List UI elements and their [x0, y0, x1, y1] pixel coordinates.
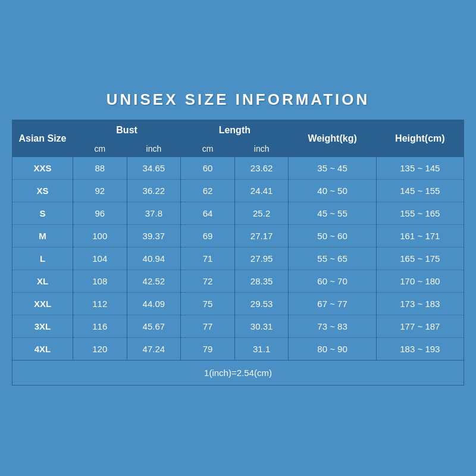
- weight-cell: 35 ~ 45: [289, 157, 376, 180]
- bust-cm-cell: 100: [73, 225, 127, 248]
- weight-cell: 60 ~ 70: [289, 270, 376, 293]
- weight-cell: 40 ~ 50: [289, 180, 376, 202]
- len-cm-cell: 71: [181, 248, 235, 270]
- table-row: 4XL12047.247931.180 ~ 90183 ~ 193: [12, 338, 464, 361]
- size-cell: S: [12, 202, 73, 225]
- len-inch-header: inch: [234, 141, 289, 157]
- bust-inch-cell: 34.65: [127, 157, 181, 180]
- table-row: XS9236.226224.4140 ~ 50145 ~ 155: [12, 180, 464, 202]
- table-row: S9637.86425.245 ~ 55155 ~ 165: [12, 202, 464, 225]
- len-inch-cell: 28.35: [234, 270, 289, 293]
- bust-inch-cell: 44.09: [127, 293, 181, 315]
- len-cm-cell: 77: [181, 315, 235, 338]
- footer-row: 1(inch)=2.54(cm): [12, 361, 464, 386]
- table-row: XL10842.527228.3560 ~ 70170 ~ 180: [12, 270, 464, 293]
- bust-cm-cell: 116: [73, 315, 127, 338]
- len-inch-cell: 30.31: [234, 315, 289, 338]
- height-cell: 170 ~ 180: [376, 270, 464, 293]
- weight-header: Weight(kg): [289, 120, 376, 157]
- size-table: Asian Size Bust Length Weight(kg) Height…: [12, 120, 464, 386]
- size-cell: XS: [12, 180, 73, 202]
- main-container: UNISEX SIZE INFORMATION Asian Size Bust …: [6, 79, 470, 397]
- len-cm-header: cm: [181, 141, 235, 157]
- table-row: XXS8834.656023.6235 ~ 45135 ~ 145: [12, 157, 464, 180]
- table-row: M10039.376927.1750 ~ 60161 ~ 171: [12, 225, 464, 248]
- height-cell: 177 ~ 187: [376, 315, 464, 338]
- page-title: UNISEX SIZE INFORMATION: [12, 90, 464, 109]
- len-cm-cell: 69: [181, 225, 235, 248]
- size-cell: L: [12, 248, 73, 270]
- bust-header: Bust: [73, 120, 180, 141]
- height-header: Height(cm): [376, 120, 464, 157]
- length-header: Length: [181, 120, 289, 141]
- bust-inch-header: inch: [127, 141, 181, 157]
- size-cell: 3XL: [12, 315, 73, 338]
- height-cell: 161 ~ 171: [376, 225, 464, 248]
- height-cell: 155 ~ 165: [376, 202, 464, 225]
- len-inch-cell: 25.2: [234, 202, 289, 225]
- size-cell: XXL: [12, 293, 73, 315]
- weight-cell: 73 ~ 83: [289, 315, 376, 338]
- bust-cm-cell: 104: [73, 248, 127, 270]
- weight-cell: 55 ~ 65: [289, 248, 376, 270]
- weight-cell: 80 ~ 90: [289, 338, 376, 361]
- bust-inch-cell: 39.37: [127, 225, 181, 248]
- table-row: 3XL11645.677730.3173 ~ 83177 ~ 187: [12, 315, 464, 338]
- len-cm-cell: 60: [181, 157, 235, 180]
- height-cell: 165 ~ 175: [376, 248, 464, 270]
- bust-cm-cell: 96: [73, 202, 127, 225]
- size-cell: XXS: [12, 157, 73, 180]
- weight-cell: 67 ~ 77: [289, 293, 376, 315]
- height-cell: 135 ~ 145: [376, 157, 464, 180]
- len-inch-cell: 23.62: [234, 157, 289, 180]
- bust-inch-cell: 36.22: [127, 180, 181, 202]
- height-cell: 145 ~ 155: [376, 180, 464, 202]
- size-cell: 4XL: [12, 338, 73, 361]
- len-inch-cell: 31.1: [234, 338, 289, 361]
- len-cm-cell: 64: [181, 202, 235, 225]
- bust-inch-cell: 42.52: [127, 270, 181, 293]
- bust-inch-cell: 37.8: [127, 202, 181, 225]
- height-cell: 183 ~ 193: [376, 338, 464, 361]
- weight-cell: 45 ~ 55: [289, 202, 376, 225]
- len-inch-cell: 24.41: [234, 180, 289, 202]
- table-row: XXL11244.097529.5367 ~ 77173 ~ 183: [12, 293, 464, 315]
- len-cm-cell: 79: [181, 338, 235, 361]
- len-inch-cell: 29.53: [234, 293, 289, 315]
- len-inch-cell: 27.17: [234, 225, 289, 248]
- bust-cm-cell: 88: [73, 157, 127, 180]
- bust-cm-header: cm: [73, 141, 127, 157]
- len-cm-cell: 62: [181, 180, 235, 202]
- len-cm-cell: 72: [181, 270, 235, 293]
- size-cell: XL: [12, 270, 73, 293]
- asian-size-header: Asian Size: [12, 120, 73, 157]
- bust-cm-cell: 112: [73, 293, 127, 315]
- bust-inch-cell: 45.67: [127, 315, 181, 338]
- bust-inch-cell: 40.94: [127, 248, 181, 270]
- bust-cm-cell: 108: [73, 270, 127, 293]
- footer-text: 1(inch)=2.54(cm): [12, 361, 464, 386]
- weight-cell: 50 ~ 60: [289, 225, 376, 248]
- len-cm-cell: 75: [181, 293, 235, 315]
- len-inch-cell: 27.95: [234, 248, 289, 270]
- bust-cm-cell: 120: [73, 338, 127, 361]
- table-body: XXS8834.656023.6235 ~ 45135 ~ 145XS9236.…: [12, 157, 464, 361]
- size-cell: M: [12, 225, 73, 248]
- height-cell: 173 ~ 183: [376, 293, 464, 315]
- bust-cm-cell: 92: [73, 180, 127, 202]
- bust-inch-cell: 47.24: [127, 338, 181, 361]
- table-row: L10440.947127.9555 ~ 65165 ~ 175: [12, 248, 464, 270]
- header-top-row: Asian Size Bust Length Weight(kg) Height…: [12, 120, 464, 141]
